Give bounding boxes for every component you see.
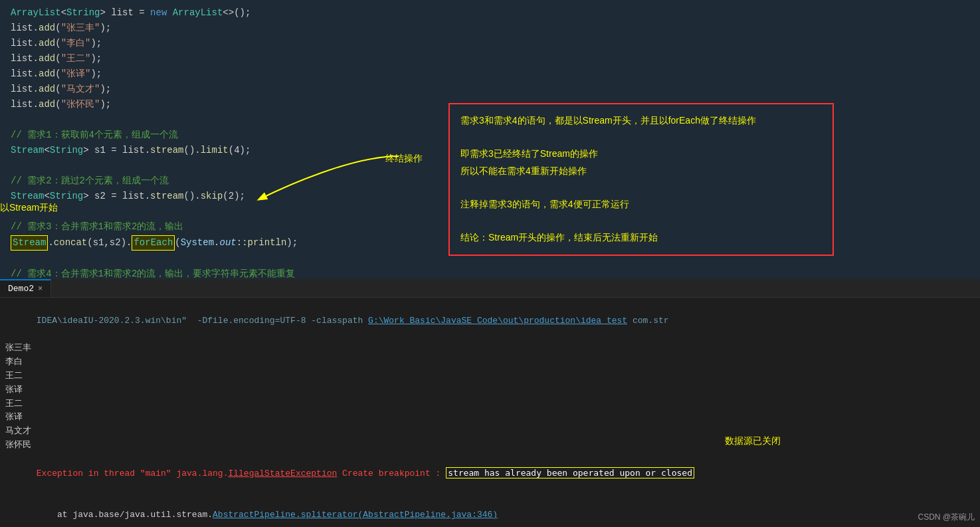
- code-line-5: list.add("张译");: [0, 66, 980, 82]
- exception-message: stream has already been operated upon or…: [446, 467, 694, 478]
- arrow-label: 终结操作: [385, 153, 423, 165]
- code-line-3: list.add("李白");: [0, 36, 980, 51]
- tab-demo2-label: Demo2: [8, 284, 34, 294]
- console-out-8: 张怀民: [5, 439, 975, 453]
- code-line-comment4: // 需求4：合并需求1和需求2的流，输出，要求字符串元素不能重复: [0, 266, 980, 279]
- stream-keyword-1: Stream: [11, 235, 48, 251]
- annotation-line7: [460, 213, 822, 229]
- code-line-1: ArrayList<String> list = new ArrayList<>…: [0, 5, 980, 21]
- datasource-note: 数据源已关闭: [725, 435, 781, 447]
- annotation-title: 需求3和需求4的语句，都是以Stream开头，并且以forEach做了终结操作: [460, 112, 822, 129]
- code-line-4: list.add("王二");: [0, 51, 980, 66]
- illegal-state-link[interactable]: IllegalStateException: [228, 469, 337, 478]
- console-out-2: 李白: [5, 356, 975, 369]
- console-cmd-line: IDEA\ideaIU-2020.2.3.win\bin" -Dfile.enc…: [5, 300, 975, 342]
- console-wrapper: IDEA\ideaIU-2020.2.3.win\bin" -Dfile.enc…: [0, 298, 980, 527]
- annotation-line6: 注释掉需求3的语句，需求4便可正常运行: [460, 196, 822, 213]
- code-line-6: list.add("马文才");: [0, 82, 980, 97]
- left-label: 以Stream开始: [0, 202, 58, 214]
- annotation-line3: 即需求3已经终结了Stream的操作: [460, 146, 822, 162]
- annotation-box: 需求3和需求4的语句，都是以Stream开头，并且以forEach做了终结操作 …: [448, 103, 834, 256]
- annotation-line2: [460, 129, 822, 146]
- console-out-7: 马文才: [5, 425, 975, 439]
- foreach-keyword-1: forEach: [132, 235, 175, 251]
- code-line-2: list.add("张三丰");: [0, 21, 980, 36]
- console-exception-line: Exception in thread "main" java.lang.Ill…: [5, 453, 975, 494]
- console-out-3: 王二: [5, 369, 975, 383]
- annotation-conclusion: 结论：Stream开头的操作，结束后无法重新开始: [460, 229, 822, 246]
- console-path-link[interactable]: G:\Work_Basic\JavaSE_Code\out\production…: [368, 316, 627, 326]
- code-editor: ArrayList<String> list = new ArrayList<>…: [0, 0, 980, 279]
- tab-demo2[interactable]: Demo2 ×: [0, 279, 51, 297]
- tab-close-icon[interactable]: ×: [38, 284, 43, 294]
- console-out-4: 张译: [5, 383, 975, 397]
- console-area: IDEA\ideaIU-2020.2.3.win\bin" -Dfile.enc…: [0, 298, 980, 527]
- stack-link-1[interactable]: AbstractPipeline.spliterator(AbstractPip…: [213, 510, 498, 520]
- annotation-line5: [460, 179, 822, 196]
- console-out-1: 张三丰: [5, 342, 975, 356]
- console-out-5: 王二: [5, 397, 975, 411]
- type-arraylist: ArrayList: [11, 6, 61, 20]
- console-stack-1: at java.base/java.util.stream.AbstractPi…: [5, 494, 975, 527]
- console-out-6: 张译: [5, 411, 975, 425]
- csdn-badge: CSDN @茶碗儿: [918, 512, 975, 523]
- annotation-line4: 所以不能在需求4重新开始操作: [460, 163, 822, 179]
- tab-bar: Demo2 ×: [0, 279, 980, 298]
